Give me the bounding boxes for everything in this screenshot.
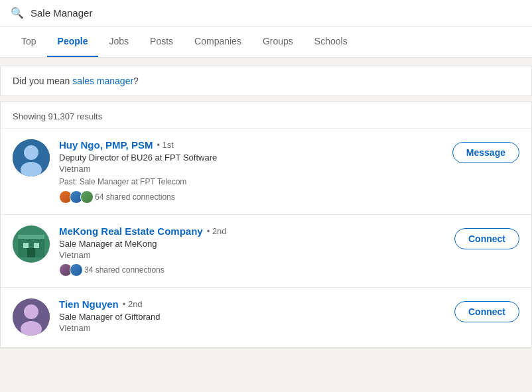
search-bar: 🔍 bbox=[0, 0, 532, 27]
person-name[interactable]: MeKong Real Estate Company bbox=[59, 226, 203, 237]
person-title: Sale Manager of Giftbrand bbox=[59, 312, 519, 322]
person-row: Huy Ngo, PMP, PSM • 1st Deputy Director … bbox=[1, 129, 531, 215]
connect-button[interactable]: Connect bbox=[454, 301, 519, 322]
person-title: Sale Manager at MeKong bbox=[59, 239, 519, 249]
tab-schools[interactable]: Schools bbox=[304, 27, 358, 57]
tab-posts[interactable]: Posts bbox=[139, 27, 184, 57]
shared-avatars bbox=[59, 263, 80, 277]
person-row: MeKong Real Estate Company • 2nd Sale Ma… bbox=[1, 215, 531, 288]
did-you-mean-suffix: ? bbox=[133, 76, 139, 86]
tab-groups[interactable]: Groups bbox=[252, 27, 304, 57]
shared-connections: 64 shared connections bbox=[59, 190, 519, 204]
did-you-mean-link[interactable]: sales manager bbox=[72, 76, 133, 86]
shared-connections-count: 34 shared connections bbox=[84, 265, 165, 275]
person-location: Vietnam bbox=[59, 323, 519, 333]
results-count: Showing 91,307 results bbox=[13, 111, 102, 121]
tab-jobs[interactable]: Jobs bbox=[98, 27, 139, 57]
person-location: Vietnam bbox=[59, 164, 519, 174]
results-header: Showing 91,307 results bbox=[1, 102, 531, 129]
spacer bbox=[0, 58, 532, 66]
person-info: Tien Nguyen • 2nd Sale Manager of Giftbr… bbox=[59, 298, 519, 336]
person-location: Vietnam bbox=[59, 250, 519, 260]
message-button[interactable]: Message bbox=[452, 142, 519, 163]
did-you-mean-banner: Did you mean sales manager? bbox=[0, 66, 532, 96]
avatar bbox=[13, 139, 50, 176]
tab-companies[interactable]: Companies bbox=[184, 27, 252, 57]
shared-avatar bbox=[70, 263, 83, 277]
avatar bbox=[13, 298, 50, 336]
nav-tabs: Top People Jobs Posts Companies Groups S… bbox=[0, 27, 532, 58]
connect-button[interactable]: Connect bbox=[454, 228, 519, 249]
tab-top[interactable]: Top bbox=[11, 27, 47, 57]
degree-badge: • 1st bbox=[157, 140, 174, 150]
person-name[interactable]: Huy Ngo, PMP, PSM bbox=[59, 139, 153, 151]
search-icon: 🔍 bbox=[11, 7, 24, 19]
avatar bbox=[13, 226, 50, 263]
shared-connections-count: 64 shared connections bbox=[95, 192, 175, 202]
person-row: Tien Nguyen • 2nd Sale Manager of Giftbr… bbox=[1, 288, 531, 347]
tab-people[interactable]: People bbox=[47, 27, 99, 57]
person-name-line: Tien Nguyen • 2nd bbox=[59, 298, 519, 310]
person-info: MeKong Real Estate Company • 2nd Sale Ma… bbox=[59, 226, 519, 277]
degree-badge: • 2nd bbox=[207, 226, 227, 236]
svg-rect-6 bbox=[34, 243, 39, 248]
results-container: Showing 91,307 results Huy Ngo, PMP, PSM… bbox=[0, 101, 532, 348]
shared-avatar bbox=[80, 190, 94, 204]
did-you-mean-prefix: Did you mean bbox=[13, 76, 72, 86]
svg-rect-8 bbox=[18, 235, 44, 239]
svg-point-1 bbox=[24, 145, 38, 160]
shared-connections: 34 shared connections bbox=[59, 263, 519, 277]
svg-rect-5 bbox=[23, 243, 29, 248]
shared-avatars bbox=[59, 190, 91, 204]
person-title: Deputy Director of BU26 at FPT Software bbox=[59, 153, 519, 163]
person-name-line: Huy Ngo, PMP, PSM • 1st bbox=[59, 139, 519, 151]
search-input[interactable] bbox=[31, 7, 521, 19]
person-name[interactable]: Tien Nguyen bbox=[59, 298, 119, 310]
degree-badge: • 2nd bbox=[123, 299, 143, 309]
person-info: Huy Ngo, PMP, PSM • 1st Deputy Director … bbox=[59, 139, 519, 204]
person-past: Past: Sale Manager at FPT Telecom bbox=[59, 177, 519, 186]
svg-rect-7 bbox=[27, 248, 35, 257]
person-name-line: MeKong Real Estate Company • 2nd bbox=[59, 226, 519, 237]
svg-point-10 bbox=[24, 304, 38, 319]
